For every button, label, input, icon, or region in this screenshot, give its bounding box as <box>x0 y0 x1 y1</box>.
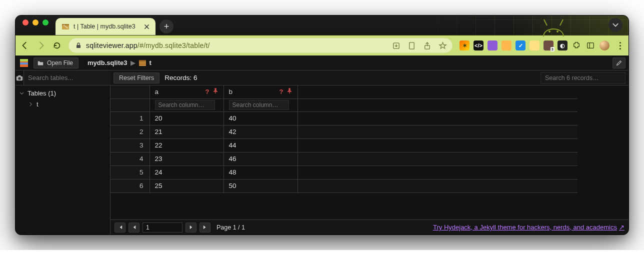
column-type-unknown-icon[interactable]: ? <box>206 88 210 96</box>
address-bar[interactable]: sqliteviewer.app/#/mydb.sqlite3/table/t/ <box>68 38 452 53</box>
new-tab-button[interactable]: + <box>160 20 174 34</box>
cell-b[interactable]: 50 <box>224 179 298 192</box>
share-icon[interactable] <box>423 42 432 50</box>
browser-menu-button[interactable] <box>616 42 624 50</box>
pin-column-icon[interactable] <box>212 88 218 96</box>
tab-favicon <box>62 22 70 30</box>
window-close-button[interactable] <box>22 20 28 26</box>
open-file-button[interactable]: Open File <box>34 58 78 68</box>
table-row[interactable]: 42346 <box>110 152 578 166</box>
cell-b[interactable]: 40 <box>224 112 298 125</box>
data-grid[interactable]: a ? b <box>110 86 628 220</box>
breadcrumb-db[interactable]: mydb.sqlite3 <box>88 59 127 66</box>
column-header-b[interactable]: b ? <box>229 88 292 96</box>
extension-icon[interactable] <box>502 40 512 50</box>
promo-link[interactable]: Try Hydejack, a Jekyll theme for hackers… <box>433 224 624 231</box>
column-search-input-b[interactable] <box>229 100 289 110</box>
svg-rect-8 <box>410 42 414 48</box>
profile-avatar[interactable] <box>600 40 610 50</box>
svg-rect-10 <box>588 43 594 48</box>
column-type-unknown-icon[interactable]: ? <box>280 88 284 96</box>
svg-rect-14 <box>20 62 28 64</box>
tables-tree: Tables (1) t <box>16 86 110 112</box>
tree-item-table[interactable]: t <box>16 98 110 110</box>
breadcrumb-separator: ▶ <box>130 59 136 66</box>
open-file-label: Open File <box>47 60 73 66</box>
page-first-button[interactable] <box>114 222 126 232</box>
cell-b[interactable]: 44 <box>224 138 298 152</box>
forward-button[interactable] <box>36 41 46 50</box>
table-row[interactable]: 12040 <box>110 112 578 125</box>
pin-column-icon[interactable] <box>286 88 292 96</box>
window-controls[interactable] <box>22 20 52 32</box>
cell-a[interactable]: 21 <box>150 125 224 138</box>
window-minimize-button[interactable] <box>32 20 38 26</box>
extension-icon[interactable]: 3 <box>544 40 554 50</box>
page-input[interactable] <box>142 222 182 232</box>
table-row[interactable]: 22142 <box>110 125 578 138</box>
edit-button[interactable] <box>612 58 626 68</box>
screenshot-button[interactable] <box>16 70 24 86</box>
extensions-button[interactable] <box>572 40 582 50</box>
svg-rect-16 <box>139 60 146 62</box>
reload-button[interactable] <box>52 41 62 50</box>
records-search-input[interactable] <box>540 72 626 84</box>
chevron-down-icon <box>20 91 24 96</box>
lock-icon <box>75 42 82 49</box>
side-panel-icon[interactable] <box>586 40 596 50</box>
app: Open File mydb.sqlite3 ▶ t <box>16 56 628 234</box>
cell-a[interactable]: 20 <box>150 112 224 125</box>
bookmark-star-icon[interactable] <box>438 42 447 50</box>
reader-icon[interactable] <box>408 42 416 50</box>
page-prev-button[interactable] <box>128 222 140 232</box>
extension-icon[interactable]: ◐ <box>558 40 568 50</box>
page-next-button[interactable] <box>186 222 196 232</box>
tab-close-button[interactable] <box>142 22 150 30</box>
camera-icon <box>16 74 24 82</box>
tab-title: t | Table | mydb.sqlite3 <box>74 23 138 30</box>
tree-group-tables[interactable]: Tables (1) <box>16 88 110 98</box>
svg-point-3 <box>556 30 558 32</box>
page-last-button[interactable] <box>200 222 210 232</box>
column-search-input-a[interactable] <box>155 100 215 110</box>
tree-item-label: t <box>36 100 38 108</box>
window-maximize-button[interactable] <box>42 20 48 26</box>
svg-line-0 <box>544 20 547 26</box>
sidebar: Tables (1) t <box>16 70 110 234</box>
table-row[interactable]: 52448 <box>110 166 578 179</box>
extension-icon[interactable] <box>488 40 498 50</box>
extension-icon[interactable]: </> <box>474 40 484 50</box>
cell-b[interactable]: 46 <box>224 152 298 166</box>
pagination-footer: Page 1 / 1 Try Hydejack, a Jekyll theme … <box>110 220 628 234</box>
extension-icon[interactable]: ✓ <box>516 40 526 50</box>
back-button[interactable] <box>20 41 30 50</box>
android-decoration <box>538 15 568 36</box>
table-icon <box>138 59 146 67</box>
breadcrumb-table[interactable]: t <box>150 59 152 66</box>
cell-b[interactable]: 42 <box>224 125 298 138</box>
install-app-icon[interactable] <box>392 42 400 50</box>
cell-a[interactable]: 25 <box>150 179 224 192</box>
app-header: Open File mydb.sqlite3 ▶ t <box>16 56 628 70</box>
extension-icons: ✶ </> ✓ 3 ◐ <box>458 40 610 50</box>
table-row[interactable]: 32244 <box>110 138 578 152</box>
cell-a[interactable]: 23 <box>150 152 224 166</box>
column-header-a[interactable]: a ? <box>155 88 218 96</box>
extension-icon[interactable] <box>530 40 540 50</box>
row-index: 6 <box>110 179 150 192</box>
browser-window: t | Table | mydb.sqlite3 + <box>15 15 629 235</box>
chevron-right-icon <box>28 102 34 106</box>
sidebar-search-input[interactable] <box>24 70 116 85</box>
table-row[interactable]: 62550 <box>110 179 578 192</box>
svg-rect-13 <box>20 59 28 62</box>
row-index: 1 <box>110 112 150 125</box>
cell-a[interactable]: 24 <box>150 166 224 179</box>
extension-icon[interactable]: ✶ <box>460 40 470 50</box>
cell-b[interactable]: 48 <box>224 166 298 179</box>
svg-rect-6 <box>76 45 80 48</box>
tabs-overflow-button[interactable] <box>608 18 622 32</box>
cell-a[interactable]: 22 <box>150 138 224 152</box>
browser-tab[interactable]: t | Table | mydb.sqlite3 <box>56 18 156 35</box>
pencil-icon <box>616 60 622 66</box>
reset-filters-button[interactable]: Reset Filters <box>114 72 160 84</box>
